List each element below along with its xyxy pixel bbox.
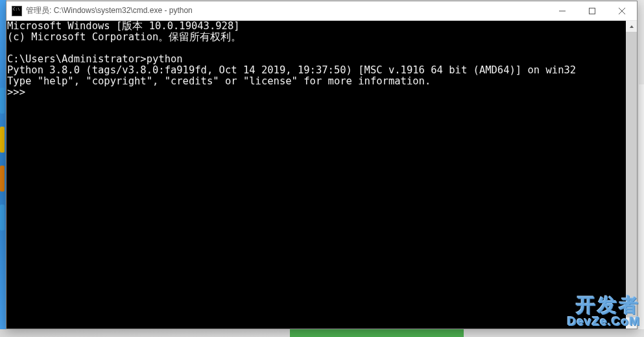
titlebar[interactable]: 管理员: C:\Windows\system32\cmd.exe - pytho… xyxy=(6,1,637,21)
terminal-line: Python 3.8.0 (tags/v3.8.0:fa919fd, Oct 1… xyxy=(7,64,576,76)
terminal-area: Microsoft Windows [版本 10.0.19043.928] (c… xyxy=(6,21,637,329)
scroll-down-button[interactable] xyxy=(626,318,637,329)
maximize-icon xyxy=(589,8,595,14)
chevron-down-icon xyxy=(629,321,634,326)
terminal-line: (c) Microsoft Corporation。保留所有权利。 xyxy=(7,31,241,43)
close-button[interactable] xyxy=(607,1,637,20)
svg-marker-4 xyxy=(630,25,634,28)
vertical-scrollbar[interactable] xyxy=(626,21,637,329)
terminal-line: Microsoft Windows [版本 10.0.19043.928] xyxy=(7,21,240,32)
terminal-output[interactable]: Microsoft Windows [版本 10.0.19043.928] (c… xyxy=(6,21,626,329)
close-icon xyxy=(619,8,625,14)
window-controls xyxy=(547,1,637,20)
terminal-line: C:\Users\Administrator>python xyxy=(7,53,183,65)
cmd-icon xyxy=(12,6,22,16)
chevron-up-icon xyxy=(629,24,634,29)
background-right-strip xyxy=(639,84,644,331)
desktop-icons-strip xyxy=(0,88,5,243)
terminal-line: Type "help", "copyright", "credits" or "… xyxy=(7,75,431,87)
svg-marker-5 xyxy=(630,322,634,325)
svg-rect-1 xyxy=(590,8,595,14)
minimize-icon xyxy=(559,8,566,14)
window-title: 管理员: C:\Windows\system32\cmd.exe - pytho… xyxy=(26,5,547,16)
scroll-up-button[interactable] xyxy=(626,21,637,32)
scroll-thumb[interactable] xyxy=(626,32,637,318)
taskbar[interactable] xyxy=(0,329,644,337)
minimize-button[interactable] xyxy=(547,1,577,20)
cmd-window: 管理员: C:\Windows\system32\cmd.exe - pytho… xyxy=(6,1,638,329)
maximize-button[interactable] xyxy=(577,1,607,20)
terminal-prompt: >>> xyxy=(7,86,31,98)
scroll-track[interactable] xyxy=(626,32,637,318)
